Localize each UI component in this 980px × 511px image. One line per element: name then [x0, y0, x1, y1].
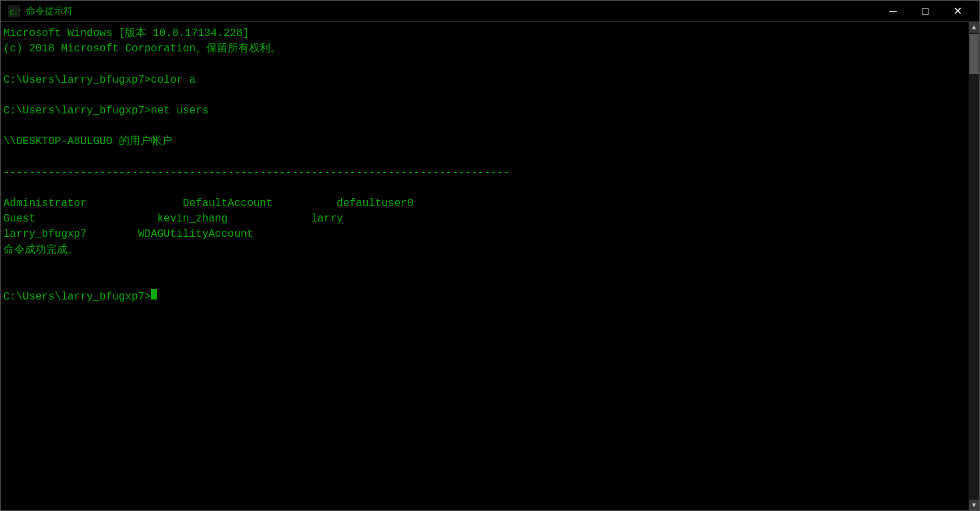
cursor: [151, 289, 157, 300]
line6: C:\Users\larry_bfugxp7>net users: [3, 105, 208, 117]
prompt-line: C:\Users\larry_bfugxp7>: [3, 291, 157, 303]
minimize-button[interactable]: ─: [878, 1, 909, 22]
separator: ----------------------------------------…: [3, 167, 510, 179]
scrollbar-thumb[interactable]: [969, 34, 979, 74]
user-col1-row1: Administrator DefaultAccount defaultuser…: [3, 197, 414, 209]
prompt: C:\Users\larry_bfugxp7>: [3, 291, 151, 303]
line4: C:\Users\larry_bfugxp7>color a: [3, 74, 196, 86]
content-area: Microsoft Windows [版本 10.0.17134.228] (c…: [1, 22, 979, 510]
cmd-window: C:\ 命令提示符 ─ □ ✕ Microsoft Windows [版本 10…: [0, 0, 980, 511]
scrollbar: ▲ ▼: [969, 22, 979, 510]
scroll-down-button[interactable]: ▼: [969, 500, 979, 510]
svg-text:C:\: C:\: [9, 9, 20, 17]
line2: (c) 2018 Microsoft Corporation。保留所有权利。: [3, 43, 281, 55]
user-col1-row3: larry_bfugxp7 WDAGUtilityAccount: [3, 228, 253, 240]
user-col1-row2: Guest kevin_zhang larry: [3, 213, 343, 225]
scrollbar-track[interactable]: [969, 33, 979, 500]
close-button[interactable]: ✕: [942, 1, 973, 22]
maximize-button[interactable]: □: [910, 1, 941, 22]
line8: \\DESKTOP-A8ULGUO 的用户帐户: [3, 135, 172, 147]
line1: Microsoft Windows [版本 10.0.17134.228]: [3, 27, 249, 39]
cmd-icon: C:\: [7, 5, 21, 18]
title-bar: C:\ 命令提示符 ─ □ ✕: [1, 1, 979, 22]
terminal-output[interactable]: Microsoft Windows [版本 10.0.17134.228] (c…: [1, 22, 969, 510]
terminal-text: Microsoft Windows [版本 10.0.17134.228] (c…: [3, 26, 966, 305]
success-msg: 命令成功完成。: [3, 244, 78, 256]
scroll-up-button[interactable]: ▲: [969, 22, 979, 33]
window-controls: ─ □ ✕: [878, 1, 973, 22]
window-title: 命令提示符: [26, 5, 878, 17]
